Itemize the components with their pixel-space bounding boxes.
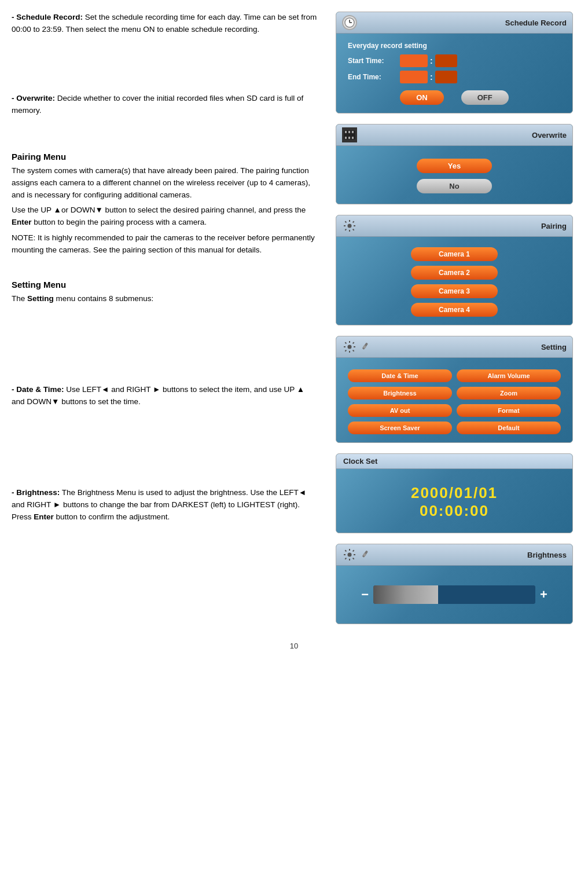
setting-body: Date & Time Alarm Volume Brightness Zoom… <box>336 358 572 442</box>
alarm-volume-button[interactable]: Alarm Volume <box>457 369 561 382</box>
page-number: 10 <box>0 636 588 654</box>
on-off-buttons: ON OFF <box>348 90 561 105</box>
setting-header: Setting <box>336 336 572 358</box>
pairing-body1: The system comes with camera(s) that hav… <box>12 165 318 201</box>
brightness-plus-button[interactable]: + <box>540 587 547 602</box>
pairing-header-title: Pairing <box>541 222 567 230</box>
pairing-header: Pairing <box>336 215 572 237</box>
svg-rect-8 <box>348 137 350 139</box>
start-time-label: Start Time: <box>348 57 400 65</box>
clock-time: 00:00:00 <box>420 502 489 520</box>
overwrite-body: Yes No <box>336 146 572 204</box>
brightness-minus-button[interactable]: − <box>361 587 369 602</box>
svg-point-16 <box>363 554 366 556</box>
svg-rect-7 <box>345 137 347 139</box>
camera-2-button[interactable]: Camera 2 <box>411 266 498 280</box>
start-time-row: Start Time: : <box>348 54 561 67</box>
setting-body: The Setting menu contains 8 submenus: <box>12 293 318 305</box>
schedule-record-text: - Schedule Record: Set the schedule reco… <box>12 12 318 36</box>
yes-button[interactable]: Yes <box>417 159 492 173</box>
overwrite-text: - Overwrite: Decide whether to cover the… <box>12 93 318 117</box>
camera-3-button[interactable]: Camera 3 <box>411 284 498 298</box>
svg-rect-4 <box>345 131 347 133</box>
brightness-header: Brightness <box>336 544 572 566</box>
brightness-bar-filled <box>373 585 438 604</box>
av-out-button[interactable]: AV out <box>348 404 452 417</box>
setting-menu-title: Setting Menu <box>12 280 318 290</box>
end-time-row: End Time: : <box>348 71 561 83</box>
zoom-button[interactable]: Zoom <box>457 387 561 400</box>
svg-rect-5 <box>348 131 350 133</box>
clock-set-header: Clock Set <box>336 454 572 469</box>
svg-point-11 <box>348 345 352 349</box>
setting-panel: Setting Date & Time Alarm Volume Brightn… <box>336 336 573 443</box>
brightness-text: - Brightness: The Brightness Menu is use… <box>12 487 318 523</box>
datetime-title: - Date & Time: <box>12 385 64 394</box>
end-time-minutes[interactable] <box>435 71 457 83</box>
setting-gear-icon <box>342 339 357 354</box>
schedule-record-title: - Schedule Record: <box>12 13 83 21</box>
brightness-title: - Brightness: <box>12 488 60 497</box>
everyday-label: Everyday record setting <box>348 42 561 50</box>
brightness-header-title: Brightness <box>527 551 567 559</box>
clock-date: 2000/01/01 <box>411 484 498 502</box>
camera-1-button[interactable]: Camera 1 <box>411 247 498 261</box>
overwrite-header-title: Overwrite <box>532 131 567 140</box>
start-time-hours[interactable] <box>400 54 428 67</box>
pairing-body2: Use the UP ▲or DOWN▼ button to select th… <box>12 204 318 229</box>
setting-wrench-icon <box>357 339 372 354</box>
setting-buttons-grid: Date & Time Alarm Volume Brightness Zoom… <box>348 369 561 434</box>
camera-buttons: Camera 1 Camera 2 Camera 3 Camera 4 <box>348 247 561 317</box>
svg-point-14 <box>348 553 352 557</box>
brightness-button[interactable]: Brightness <box>348 387 452 400</box>
svg-rect-9 <box>352 137 354 139</box>
film-icon <box>342 127 357 142</box>
schedule-record-header: Schedule Record <box>336 12 572 34</box>
page: - Schedule Record: Set the schedule reco… <box>0 0 588 636</box>
brightness-panel: Brightness − + <box>336 544 573 624</box>
setting-header-title: Setting <box>541 343 567 351</box>
brightness-gear-icon <box>342 547 357 562</box>
schedule-record-header-title: Schedule Record <box>505 19 567 27</box>
clock-icon <box>342 15 357 30</box>
date-time-button[interactable]: Date & Time <box>348 369 452 382</box>
clock-set-header-title: Clock Set <box>343 457 377 466</box>
datetime-text: - Date & Time: Use LEFT◄ and RIGHT ► but… <box>12 384 318 408</box>
default-button[interactable]: Default <box>457 422 561 434</box>
overwrite-header: Overwrite <box>336 124 572 146</box>
overwrite-title: - Overwrite: <box>12 94 55 102</box>
schedule-record-panel: Schedule Record Everyday record setting … <box>336 12 573 113</box>
off-button[interactable]: OFF <box>461 90 509 105</box>
overwrite-panel: Overwrite Yes No <box>336 124 573 204</box>
end-time-hours[interactable] <box>400 71 428 83</box>
right-column: Schedule Record Everyday record setting … <box>330 12 579 624</box>
pairing-body: Camera 1 Camera 2 Camera 3 Camera 4 <box>336 237 572 325</box>
on-button[interactable]: ON <box>400 90 444 105</box>
yes-no-buttons: Yes No <box>348 159 561 193</box>
svg-point-13 <box>363 346 366 349</box>
left-column: - Schedule Record: Set the schedule reco… <box>6 12 330 624</box>
gear-icon <box>342 218 357 233</box>
brightness-body: − + <box>336 566 572 624</box>
screen-saver-button[interactable]: Screen Saver <box>348 422 452 434</box>
schedule-record-body: Everyday record setting Start Time: : En… <box>336 34 572 113</box>
start-time-minutes[interactable] <box>435 54 457 67</box>
brightness-bar-empty <box>438 585 535 604</box>
clock-set-panel: Clock Set 2000/01/01 00:00:00 <box>336 453 573 533</box>
svg-point-10 <box>348 224 352 228</box>
brightness-wrench-icon <box>357 547 372 562</box>
camera-4-button[interactable]: Camera 4 <box>411 303 498 317</box>
clock-set-body: 2000/01/01 00:00:00 <box>336 469 572 533</box>
brightness-bar <box>373 585 535 604</box>
pairing-note: NOTE: It is highly recommended to pair t… <box>12 232 318 257</box>
pairing-panel: Pairing Camera 1 Camera 2 Camera 3 Camer… <box>336 215 573 325</box>
format-button[interactable]: Format <box>457 404 561 417</box>
end-time-label: End Time: <box>348 73 400 81</box>
svg-rect-6 <box>352 131 354 133</box>
no-button[interactable]: No <box>417 179 492 193</box>
pairing-menu-title: Pairing Menu <box>12 152 318 162</box>
